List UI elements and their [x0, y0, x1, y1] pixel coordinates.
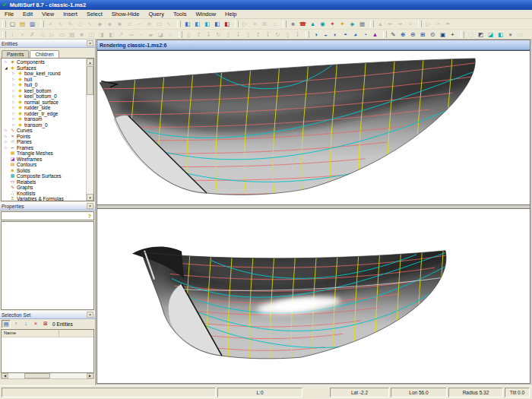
tree-item-rudder-side[interactable]: ▷◆rudder_side: [2, 105, 87, 111]
zoom-window-icon[interactable]: ⊞: [418, 30, 428, 39]
menu-query[interactable]: Query: [144, 11, 168, 17]
hydrostatics-icon[interactable]: ✦: [337, 20, 347, 28]
expander-icon[interactable]: ▷: [3, 128, 9, 134]
expander-icon[interactable]: ▷: [3, 145, 9, 151]
expander-icon[interactable]: ▷: [11, 116, 17, 122]
wireframe-window-icon[interactable]: ◧: [192, 20, 202, 28]
menu-select[interactable]: Select: [82, 11, 107, 17]
tree-item-transom[interactable]: ▷◆transom: [2, 116, 87, 122]
tree-item-composite-surfaces[interactable]: ▩Composite Surfaces: [2, 173, 87, 179]
tree-item-curves[interactable]: ▷∿Curves: [2, 128, 87, 134]
scrollbar-thumb[interactable]: [24, 373, 50, 378]
tree-item-knotlists[interactable]: ∴Knotlists: [2, 191, 87, 197]
render-viewport-bottom[interactable]: [97, 209, 530, 383]
expander-icon[interactable]: ▷: [11, 111, 17, 117]
tree-item-components[interactable]: ▷◈Components: [2, 59, 87, 65]
hidden-line-mode-icon[interactable]: ◩: [476, 30, 486, 39]
rendered-mode-icon[interactable]: ◧: [496, 30, 505, 39]
tree-item-hull-0[interactable]: ▷◆hull_0: [2, 82, 87, 88]
pan-icon[interactable]: +: [448, 30, 458, 39]
tree-item-keel-bottom-0[interactable]: ▷◆keel_bottom_0: [2, 93, 87, 100]
menu-view[interactable]: View: [37, 11, 59, 17]
expander-icon[interactable]: ▷: [3, 139, 9, 145]
column-header-name[interactable]: Name: [2, 330, 59, 337]
menu-show-hide[interactable]: Show-Hide: [107, 11, 144, 17]
render-viewport-top[interactable]: [97, 50, 530, 204]
tab-children[interactable]: Children: [30, 50, 59, 58]
scroll-left-icon[interactable]: ◀: [2, 373, 8, 378]
properties-field[interactable]: ?: [1, 211, 94, 220]
zoom-in-icon[interactable]: ⊕: [398, 30, 408, 39]
expander-icon[interactable]: ◢: [3, 65, 9, 71]
menu-window[interactable]: Window: [191, 11, 220, 17]
expander-icon[interactable]: ▷: [11, 122, 17, 128]
properties-help-icon[interactable]: ?: [86, 214, 93, 219]
tree-item-bow-keel-round[interactable]: ▷◆bow_keel_round: [2, 71, 87, 77]
columns-icon[interactable]: ▤: [2, 320, 11, 328]
tree-item-graphs[interactable]: ∿Graphs: [2, 185, 87, 191]
sketch-icon[interactable]: ✎: [388, 30, 398, 39]
save-file-icon[interactable]: ▥: [27, 20, 37, 28]
sphere-shade-icon[interactable]: ●: [505, 30, 515, 39]
tree-item-variables-formulas[interactable]: ΣVariables & Formulas: [2, 196, 87, 201]
tree-item-frames[interactable]: ▷⌐Frames: [2, 145, 87, 151]
tree-item-hull[interactable]: ▷◆hull: [2, 77, 87, 83]
scroll-down-icon[interactable]: ▼: [87, 194, 93, 201]
tree-item-wireframes[interactable]: ◪Wireframes: [2, 157, 87, 163]
menu-insert[interactable]: Insert: [59, 11, 82, 17]
expander-icon[interactable]: ▷: [11, 71, 17, 77]
clearances-icon[interactable]: ◈: [347, 20, 357, 28]
plan-window-icon[interactable]: ◧: [212, 20, 222, 28]
open-file-icon[interactable]: ▤: [17, 20, 27, 28]
tree-item-triangle-meshes[interactable]: ▦Triangle Meshes: [2, 150, 87, 157]
view-front-icon[interactable]: ◑: [311, 30, 321, 39]
expander-icon[interactable]: ▷: [11, 82, 17, 88]
menu-edit[interactable]: Edit: [18, 11, 37, 17]
measure-icon[interactable]: ■: [288, 20, 298, 28]
expander-icon[interactable]: ▷: [3, 59, 9, 65]
scrollbar-thumb[interactable]: [87, 66, 93, 95]
move-down-icon[interactable]: ↓: [21, 320, 30, 328]
new-file-icon[interactable]: ▢: [8, 20, 17, 28]
new-view-window-icon[interactable]: ◧: [182, 20, 192, 28]
view-top-icon[interactable]: ◕: [350, 30, 360, 39]
tree-item-normal-surface[interactable]: ▷◆normal_surface: [2, 100, 87, 106]
tree-item-solids[interactable]: ■Solids: [2, 168, 87, 174]
mass-properties-icon[interactable]: ✦: [328, 20, 337, 28]
zoom-extents-icon[interactable]: ▣: [438, 30, 448, 39]
view-perspective-icon[interactable]: ▲: [370, 30, 380, 39]
tree-item-surfaces[interactable]: ◢◆Surfaces: [2, 65, 87, 71]
text-window-icon[interactable]: ◧: [222, 20, 232, 28]
view-left-icon[interactable]: ◐: [331, 30, 340, 39]
scroll-right-icon[interactable]: ▶: [87, 373, 93, 378]
close-icon[interactable]: ×: [87, 312, 93, 318]
offsets-icon[interactable]: ▦: [357, 20, 367, 28]
menu-help[interactable]: Help: [220, 11, 241, 17]
view-back-icon[interactable]: ◒: [321, 30, 331, 39]
close-icon[interactable]: ×: [87, 40, 93, 46]
tree-item-contours[interactable]: ▤Contours: [2, 162, 87, 168]
tree-item-transom-0[interactable]: ▷◆transom_0: [2, 122, 87, 128]
expander-icon[interactable]: ▷: [11, 77, 17, 83]
expander-icon[interactable]: ▷: [3, 134, 9, 140]
remove-entity-icon[interactable]: ×: [31, 320, 40, 328]
column-header-extra[interactable]: [59, 330, 62, 337]
tree-item-relabels[interactable]: ▭Relabels: [2, 179, 87, 185]
query-point-icon[interactable]: ▲: [308, 20, 318, 28]
tab-parents[interactable]: Parents: [2, 50, 29, 58]
render-window-icon[interactable]: ◧: [202, 20, 212, 28]
tree-item-points[interactable]: ▷×Points: [2, 134, 87, 140]
view-right-icon[interactable]: ◓: [340, 30, 350, 39]
close-icon[interactable]: ×: [87, 203, 93, 209]
render-window-title-bar[interactable]: Rendering classic-1.ms2:6: [97, 40, 530, 50]
expander-icon[interactable]: ▷: [11, 105, 17, 111]
zoom-out-icon[interactable]: ⊖: [408, 30, 418, 39]
tree-item-keel-bottom[interactable]: ▷◆keel_bottom: [2, 88, 87, 94]
selection-set-hscrollbar[interactable]: ◀ ▶: [1, 373, 94, 379]
move-up-icon[interactable]: ↑: [11, 320, 21, 328]
expander-icon[interactable]: ▷: [11, 93, 17, 100]
menu-tools[interactable]: Tools: [169, 11, 192, 17]
menu-file[interactable]: File: [0, 11, 18, 17]
tree-item-planes[interactable]: ▷▱Planes: [2, 139, 87, 145]
entities-scrollbar[interactable]: ▲ ▼: [86, 59, 93, 201]
